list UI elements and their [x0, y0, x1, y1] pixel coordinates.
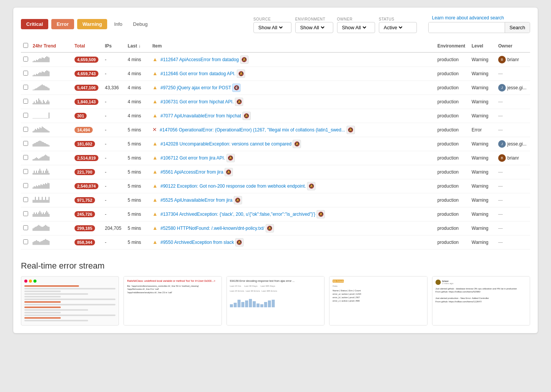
item-link[interactable]: #112647 ApiAccessError from datadog: [160, 57, 239, 62]
item-cell: ▲ #142028 UncomparableException: version…: [150, 137, 435, 151]
last-header: Last ↓: [125, 40, 150, 52]
preview-card-4[interactable]: SQL Console Data Name | Status | Env | C…: [329, 276, 427, 326]
owner-cell-container: J jesse.gi...: [496, 81, 530, 95]
mute-button[interactable]: 🔕: [237, 70, 245, 78]
env-cell: production: [435, 137, 469, 151]
item-link[interactable]: #97250 jQuery ajax error for POST: [160, 85, 231, 90]
mute-button[interactable]: 🔕: [307, 182, 315, 190]
item-link[interactable]: #112646 Got error from datadog API.: [160, 71, 235, 76]
search-button[interactable]: Search: [505, 22, 530, 33]
preview-card-3[interactable]: 934156 Error decoding response text from…: [226, 276, 325, 326]
row-checkbox-cell: [21, 221, 30, 236]
row-checkbox-cell: [21, 137, 30, 151]
mute-button[interactable]: 🔇: [232, 84, 241, 92]
row-checkbox[interactable]: [23, 155, 28, 160]
errors-table: 24hr Trend Total IPs Last ↓ Item Environ…: [21, 40, 530, 250]
row-checkbox[interactable]: [23, 197, 28, 202]
advanced-search-link[interactable]: Learn more about advanced search: [432, 15, 504, 21]
avatar: B: [498, 56, 506, 63]
info-filter-btn[interactable]: Info: [110, 19, 126, 29]
item-cell: ▲ #90122 Exception: Got non-200 response…: [150, 179, 435, 193]
item-cell: ▲ #112646 Got error from datadog API. 🔕: [150, 67, 435, 81]
mute-button[interactable]: 🔕: [347, 126, 355, 134]
sparkline: [33, 56, 49, 62]
avatar: J: [498, 140, 506, 148]
item-link[interactable]: #5525 ApiUnavailableError from jira: [160, 198, 232, 203]
ips-cell: -: [103, 151, 125, 165]
warning-filter-btn[interactable]: Warning: [77, 19, 108, 29]
row-checkbox-cell: [21, 95, 30, 109]
preview-card-1[interactable]: [21, 276, 119, 326]
owner-cell-container: —: [496, 193, 530, 207]
mute-button[interactable]: 🔕: [317, 210, 325, 218]
mute-button[interactable]: 🔕: [235, 238, 244, 247]
sparkline: [33, 98, 49, 104]
item-link[interactable]: #137304 ArchivedException: {'slack', 200…: [160, 212, 315, 217]
item-link[interactable]: #142028 UncomparableException: versions …: [160, 141, 291, 147]
mute-button[interactable]: 🔕: [293, 140, 301, 148]
critical-filter-btn[interactable]: Critical: [21, 19, 48, 29]
table-row: 1,840,143 - 4 mins ▲ #106731 Got error f…: [21, 95, 530, 109]
row-checkbox[interactable]: [23, 99, 28, 104]
level-cell: Warning: [469, 221, 496, 236]
status-dropdown[interactable]: Active: [379, 22, 417, 33]
total-badge: 1,840,143: [74, 99, 98, 105]
owner-select[interactable]: Show All: [340, 24, 367, 31]
debug-filter-btn[interactable]: Debug: [129, 19, 151, 29]
mute-button[interactable]: 🔕: [235, 98, 243, 106]
env-cell: production: [435, 193, 469, 207]
ips-cell: 204,705: [103, 221, 125, 236]
item-link[interactable]: #147056 OperationalError: (OperationalEr…: [160, 127, 345, 133]
row-checkbox[interactable]: [23, 211, 28, 216]
search-input[interactable]: [429, 22, 505, 33]
last-cell: 4 mins: [125, 109, 150, 123]
mute-button[interactable]: 🔕: [240, 55, 249, 64]
row-checkbox[interactable]: [23, 239, 28, 244]
last-cell: 5 mins: [125, 123, 150, 137]
env-cell: production: [435, 109, 469, 123]
mute-button[interactable]: 🔕: [225, 168, 233, 176]
total-cell: 245,726: [72, 207, 103, 221]
row-checkbox[interactable]: [23, 169, 28, 174]
sparkline: [33, 211, 49, 217]
preview-card-5[interactable]: brianr 2 mins ago Just alerted github - …: [432, 276, 530, 326]
env-cell: production: [435, 236, 469, 250]
error-filter-btn[interactable]: Error: [51, 19, 74, 29]
ips-cell: -: [103, 52, 125, 67]
source-dropdown[interactable]: Show All: [253, 22, 291, 33]
row-checkbox[interactable]: [23, 113, 28, 118]
row-checkbox[interactable]: [23, 57, 28, 62]
mute-button[interactable]: 🔕: [242, 112, 251, 120]
source-select[interactable]: Show All: [257, 24, 284, 31]
status-select[interactable]: Active: [382, 24, 404, 31]
row-checkbox[interactable]: [23, 85, 28, 90]
mute-button[interactable]: 🔕: [266, 224, 274, 232]
mute-button[interactable]: 🔕: [226, 154, 235, 162]
table-row: 181,602 - 5 mins ▲ #142028 UncomparableE…: [21, 137, 530, 151]
preview-card-2[interactable]: RailsNilClass: undefined local variable …: [124, 276, 222, 326]
last-cell: 4 mins: [125, 67, 150, 81]
item-link[interactable]: #5561 ApiAccessError from jira: [160, 169, 223, 175]
env-dropdown[interactable]: Show All: [295, 22, 333, 33]
row-checkbox[interactable]: [23, 225, 28, 230]
row-checkbox[interactable]: [23, 141, 28, 146]
item-link[interactable]: #90122 Exception: Got non-200 response c…: [160, 183, 306, 189]
select-all-checkbox[interactable]: [23, 43, 28, 48]
owner-dropdown[interactable]: Show All: [337, 22, 375, 33]
item-link[interactable]: #7077 ApiUnavailableError from hipchat: [160, 113, 241, 119]
last-cell: 5 mins: [125, 165, 150, 179]
item-link[interactable]: #106712 Got error from jira API.: [160, 155, 225, 161]
trend-cell: [30, 137, 72, 151]
owner-cell-container: —: [496, 165, 530, 179]
last-cell: 5 mins: [125, 151, 150, 165]
mute-button[interactable]: 🔕: [234, 196, 242, 204]
item-link[interactable]: #106731 Got error from hipchat API.: [160, 99, 234, 104]
row-checkbox[interactable]: [23, 183, 28, 188]
env-cell: production: [435, 81, 469, 95]
item-link[interactable]: #9550 ArchivedException from slack: [160, 240, 234, 245]
env-select[interactable]: Show All: [299, 24, 326, 31]
item-link[interactable]: #52580 HTTPNotFound: /.well-known/dnt-po…: [160, 226, 264, 231]
row-checkbox[interactable]: [23, 71, 28, 76]
row-checkbox-cell: [21, 109, 30, 123]
row-checkbox[interactable]: [23, 127, 28, 132]
